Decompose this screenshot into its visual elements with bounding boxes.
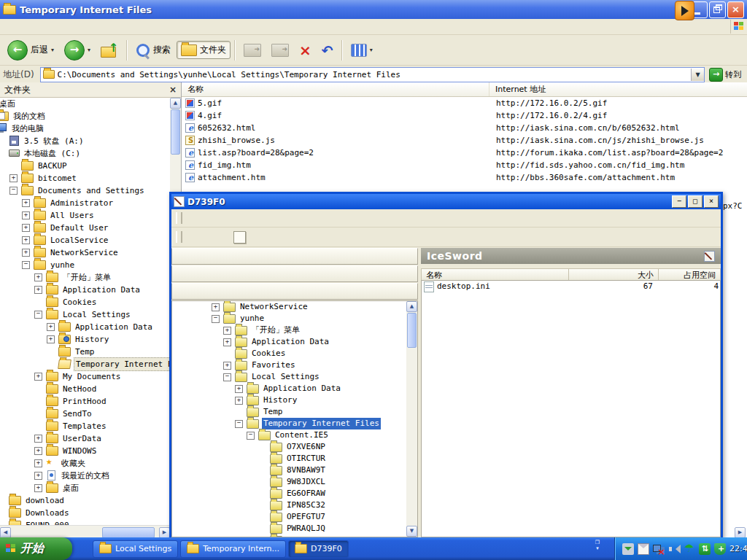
close-button[interactable]: × <box>727 1 744 18</box>
tray-icon[interactable] <box>684 543 695 555</box>
folder-tree-item[interactable]: 我最近的文档 <box>0 470 170 482</box>
folders-button[interactable]: 文件夹 <box>177 41 231 59</box>
scroll-up-button[interactable]: ▲ <box>170 98 181 109</box>
menu-item[interactable] <box>185 216 200 220</box>
expand-toggle-icon[interactable] <box>212 303 220 311</box>
tray-icon[interactable] <box>638 543 649 555</box>
expand-toggle-icon[interactable] <box>34 472 42 480</box>
folder-tree-item[interactable]: Application Data <box>0 284 170 296</box>
icesword-tree-item[interactable]: IPN85C32 <box>172 499 406 511</box>
icesword-nav-button[interactable] <box>171 283 418 300</box>
menu-item[interactable] <box>229 216 244 220</box>
expand-toggle-icon[interactable] <box>247 432 255 440</box>
media-player-play-icon[interactable] <box>675 1 694 20</box>
expand-toggle-icon[interactable] <box>235 420 243 428</box>
expand-toggle-icon[interactable] <box>223 362 231 370</box>
expand-toggle-icon[interactable] <box>223 338 231 346</box>
icesword-tree-item[interactable]: Favorites <box>172 359 406 371</box>
views-button[interactable]: ▾ <box>347 41 377 60</box>
search-button[interactable]: 搜索 <box>131 40 175 61</box>
icesword-tree-item[interactable]: History <box>172 394 406 406</box>
6052632.html[interactable]: 6052632.html http://iask.sina.com.cn/b/6… <box>182 122 747 134</box>
icesword-tree-item[interactable]: PWRAQLJQ <box>172 523 406 534</box>
icesword-tree-item[interactable]: OPEFGTU7 <box>172 511 406 523</box>
undo-button[interactable]: ↶ <box>317 40 338 61</box>
address-dropdown-button[interactable]: ▼ <box>691 69 704 81</box>
icesword-tree-item[interactable]: EG6OFRAW <box>172 488 406 499</box>
folder-tree-item[interactable]: 我的文档 <box>0 110 170 122</box>
column-usage[interactable]: 占用空间 <box>659 269 720 280</box>
attachment.htm[interactable]: attachment.htm http://bbs.360safe.com/at… <box>182 171 747 184</box>
icesword-titlebar[interactable]: D739F0 − □ × <box>171 194 721 209</box>
column-name[interactable]: 名称 <box>182 82 489 96</box>
folder-tree-item[interactable]: yunhe <box>0 259 170 271</box>
expand-toggle-icon[interactable] <box>22 261 30 269</box>
icesword-tree-item[interactable]: O7XVE6NP <box>172 441 406 453</box>
menu-item[interactable] <box>244 216 258 220</box>
folder-tree-item[interactable]: WINDOWS <box>0 445 170 457</box>
folder-tree-item[interactable]: Downloads <box>0 507 170 519</box>
folder-tree-item[interactable]: All Users <box>0 209 170 222</box>
folder-tree-item[interactable]: Temporary Internet Files <box>0 358 170 370</box>
icesword-tree-item[interactable]: yunhe <box>172 313 406 324</box>
icesword-nav-button[interactable] <box>171 265 418 282</box>
expand-toggle-icon[interactable] <box>212 315 220 323</box>
expand-toggle-icon[interactable] <box>34 373 42 381</box>
expand-toggle-icon[interactable] <box>22 224 30 232</box>
expand-toggle-icon[interactable] <box>34 311 42 319</box>
icesword-tree-item[interactable]: 8VNBAW9T <box>172 464 406 476</box>
sidebar-close-button[interactable]: × <box>169 85 177 95</box>
tray-icon[interactable] <box>653 543 665 555</box>
tray-icon[interactable] <box>699 543 711 555</box>
folder-tree-item[interactable]: 收藏夹 <box>0 457 170 470</box>
up-button[interactable]: ↑ <box>96 39 123 61</box>
back-dropdown-icon[interactable]: ▾ <box>51 47 54 53</box>
list.asp?board=28&page=2[interactable]: list.asp?board=28&page=2 http://forum.ik… <box>182 147 747 159</box>
taskbar-task-button[interactable]: Local Settings <box>93 540 178 558</box>
folder-tree-item[interactable]: Cookies <box>0 296 170 308</box>
expand-toggle-icon[interactable] <box>22 199 30 207</box>
scroll-right-button[interactable]: ▶ <box>159 527 170 538</box>
menu-item[interactable] <box>44 26 57 28</box>
tray-icon[interactable] <box>714 543 726 555</box>
menu-item[interactable] <box>18 26 31 28</box>
expand-toggle-icon[interactable] <box>34 447 42 455</box>
scroll-thumb[interactable] <box>102 527 155 538</box>
scroll-thumb[interactable] <box>407 313 417 348</box>
icesword-tree-item[interactable]: 9W8JDXCL <box>172 476 406 488</box>
menu-item[interactable] <box>214 216 229 220</box>
expand-toggle-icon[interactable] <box>22 211 30 219</box>
folder-tree-item[interactable]: 桌面 <box>0 98 170 110</box>
folder-tree-item[interactable]: BACKUP <box>0 160 170 172</box>
back-button[interactable]: ← 后退 ▾ <box>3 37 58 63</box>
tray-icon[interactable] <box>622 543 634 555</box>
restore-button[interactable] <box>709 1 726 18</box>
scroll-down-button[interactable]: ▼ <box>406 526 417 537</box>
expand-toggle-icon[interactable] <box>9 174 18 182</box>
folder-tree-item[interactable]: 我的电脑 <box>0 122 170 135</box>
icesword-tool-button[interactable] <box>233 231 246 244</box>
icesword-tree-item[interactable]: Local Settings <box>172 371 406 383</box>
folder-tree-item[interactable]: bitcomet <box>0 172 170 184</box>
scroll-thumb[interactable] <box>171 109 180 155</box>
icesword-tree-scrollbar[interactable]: ▲ ▼ <box>406 301 417 537</box>
expand-toggle-icon[interactable] <box>22 249 30 257</box>
folder-tree-item[interactable]: Default User <box>0 222 170 234</box>
taskbar-task-button[interactable]: Temporary Intern... <box>180 540 286 558</box>
tray-icon[interactable] <box>668 543 680 555</box>
expand-toggle-icon[interactable] <box>223 327 231 335</box>
column-internet-address[interactable]: Internet 地址 <box>489 82 747 96</box>
desktop.ini[interactable]: desktop.ini 67 4 <box>422 281 720 292</box>
address-input[interactable]: C:\Documents and Settings\yunhe\Local Se… <box>40 67 705 82</box>
expand-toggle-icon[interactable] <box>22 236 30 244</box>
menu-item[interactable] <box>4 26 18 28</box>
menu-item[interactable] <box>70 26 83 28</box>
expand-toggle-icon[interactable] <box>34 484 42 492</box>
folder-tree-item[interactable]: NetHood <box>0 383 170 395</box>
taskbar-clock[interactable]: 22:49 <box>729 544 747 553</box>
delete-button[interactable]: × <box>295 40 316 61</box>
folder-tree-item[interactable]: LocalService <box>0 234 170 246</box>
icesword-tree-item[interactable]: 「开始」菜单 <box>172 324 406 336</box>
column-size[interactable]: 大小 <box>569 269 659 280</box>
expand-toggle-icon[interactable] <box>34 459 42 467</box>
